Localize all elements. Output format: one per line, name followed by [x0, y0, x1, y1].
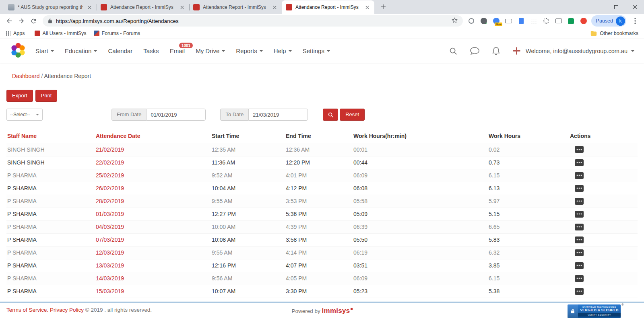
row-actions-button[interactable]	[575, 185, 584, 192]
attendance-date-link[interactable]: 01/03/2019	[96, 211, 124, 217]
attendance-date-link[interactable]: 21/02/2019	[96, 146, 124, 153]
end-time-cell: 4:12 PM	[285, 182, 353, 195]
nav-item-education[interactable]: Education	[65, 47, 97, 54]
nav-item-tasks[interactable]: Tasks	[143, 47, 159, 54]
print-button[interactable]: Print	[35, 90, 58, 102]
staff-name-cell: P SHARMA	[6, 285, 95, 298]
row-actions-button[interactable]	[575, 211, 584, 218]
nav-item-help[interactable]: Help	[274, 47, 292, 54]
row-actions-button[interactable]	[575, 172, 584, 179]
row-actions-button[interactable]	[575, 249, 584, 256]
tab-close-icon[interactable]	[179, 4, 185, 10]
row-actions-button[interactable]	[575, 262, 584, 269]
staff-select[interactable]: --Select--	[6, 109, 43, 121]
browser-tab[interactable]: Attendance Report - ImmiSys	[189, 0, 282, 14]
sync-paused-chip[interactable]: Paused k	[591, 15, 626, 27]
row-actions-button[interactable]	[575, 224, 584, 230]
tab-title: Attendance Report - ImmiSys	[110, 4, 175, 10]
other-bookmarks-button[interactable]: Other bookmarks	[590, 31, 638, 36]
grid-extension-icon[interactable]	[528, 16, 539, 26]
attendance-date-link[interactable]: 14/03/2019	[96, 275, 124, 282]
attendance-date-link[interactable]: 15/03/2019	[96, 288, 124, 294]
nav-item-start[interactable]: Start	[35, 47, 54, 54]
row-actions-button[interactable]	[575, 275, 584, 282]
browser-tab[interactable]: Attendance Report - ImmiSys	[282, 0, 374, 14]
attendance-date-cell: 28/02/2019	[95, 195, 211, 208]
row-actions-button[interactable]	[575, 159, 584, 166]
account-menu[interactable]: Welcome, info@ausstudygroup.com.au	[526, 48, 634, 54]
attendance-date-link[interactable]: 04/03/2019	[96, 224, 124, 230]
end-time-cell: 12:36 AM	[285, 143, 353, 156]
attendance-date-link[interactable]: 22/02/2019	[96, 159, 124, 166]
seal-lock-icon	[568, 304, 578, 318]
color-extension-icon[interactable]	[578, 16, 589, 26]
notifications-button[interactable]	[492, 46, 500, 56]
close-button[interactable]	[625, 0, 644, 14]
phone-extension-icon[interactable]	[566, 16, 576, 26]
browser-menu-button[interactable]	[630, 15, 641, 27]
circle-extension-icon[interactable]	[479, 16, 489, 26]
attendance-date-cell: 26/02/2019	[95, 182, 211, 195]
from-date-input[interactable]	[146, 109, 206, 121]
nav-item-calendar[interactable]: Calendar	[108, 47, 132, 54]
search-button[interactable]	[449, 47, 458, 56]
bookmark-star-button[interactable]	[451, 17, 458, 25]
nav-item-email[interactable]: Email1001	[170, 47, 185, 54]
ring-extension-icon[interactable]	[466, 16, 477, 26]
maximize-button[interactable]	[607, 0, 625, 14]
attendance-date-link[interactable]: 07/03/2019	[96, 237, 124, 243]
attendance-date-link[interactable]: 13/03/2019	[96, 262, 124, 269]
apps-shortcut[interactable]: Apps	[6, 31, 27, 36]
attendance-date-cell: 01/03/2019	[95, 208, 211, 220]
attendance-date-link[interactable]: 25/02/2019	[96, 172, 124, 179]
seal-text: STARFIELD TECHNOLOGIES VERIFIED & SECURE…	[578, 304, 621, 318]
attendance-date-link[interactable]: 12/03/2019	[96, 249, 124, 256]
paused-label: Paused	[596, 18, 613, 24]
work-hours-hrmin-cell: 00:01	[353, 143, 488, 156]
tab-close-icon[interactable]	[364, 4, 370, 10]
row-actions-button[interactable]	[575, 198, 584, 205]
nav-item-my-drive[interactable]: My Drive	[196, 47, 225, 54]
to-date-input[interactable]	[248, 109, 308, 121]
browser-tab[interactable]: Attendance Report - ImmiSys	[97, 0, 189, 14]
back-button[interactable]	[3, 15, 15, 27]
nav-item-settings[interactable]: Settings	[303, 47, 330, 54]
add-button[interactable]	[512, 47, 521, 55]
browser-toolbar: https://app.immisys.com.au/Reporting/Att…	[0, 14, 644, 28]
gear-extension-icon[interactable]	[541, 16, 551, 26]
url-text: https://app.immisys.com.au/Reporting/Att…	[56, 18, 451, 24]
attendance-date-link[interactable]: 26/02/2019	[96, 185, 124, 191]
address-bar[interactable]: https://app.immisys.com.au/Reporting/Att…	[43, 15, 463, 27]
camera-extension-icon[interactable]	[553, 16, 564, 26]
bookmark-item[interactable]: All Users - ImmiSys	[35, 31, 87, 36]
tab-close-icon[interactable]	[86, 4, 93, 10]
filter-search-button[interactable]	[323, 109, 338, 121]
chat-button[interactable]	[470, 47, 480, 56]
tab-close-icon[interactable]	[271, 4, 278, 10]
export-button[interactable]: Export	[6, 90, 33, 102]
breadcrumb-dashboard-link[interactable]: Dashboard	[12, 73, 40, 79]
docs-extension-icon[interactable]	[516, 16, 526, 26]
reset-button[interactable]: Reset	[340, 109, 365, 121]
bookmark-item[interactable]: Forums - Forums	[94, 31, 140, 36]
chevron-down-icon	[51, 50, 54, 52]
row-actions-button[interactable]	[575, 237, 584, 243]
search-icon	[328, 112, 334, 118]
attendance-date-link[interactable]: 28/02/2019	[96, 198, 124, 204]
browser-tab[interactable]: * AUS Study group reporting tha...	[4, 0, 97, 14]
nav-item-reports[interactable]: Reports	[236, 47, 263, 54]
start-time-cell: 10:00 AM	[211, 220, 285, 233]
immisys-logo[interactable]	[10, 42, 27, 60]
new-tab-button[interactable]	[378, 1, 389, 12]
row-actions-button[interactable]	[575, 146, 584, 153]
verified-secured-seal[interactable]: STARFIELD TECHNOLOGIES VERIFIED & SECURE…	[568, 304, 621, 318]
refresh-button[interactable]	[27, 15, 39, 27]
new-extension-icon[interactable]: New	[491, 16, 502, 26]
keyboard-extension-icon[interactable]	[504, 16, 514, 26]
breadcrumb-current: Attendance Report	[44, 73, 91, 79]
row-actions-button[interactable]	[575, 288, 584, 295]
report-actions: Export Print	[6, 90, 644, 102]
forward-button[interactable]	[15, 15, 27, 27]
work-hours-cell: 6.13	[488, 182, 569, 195]
minimize-button[interactable]	[588, 0, 607, 14]
